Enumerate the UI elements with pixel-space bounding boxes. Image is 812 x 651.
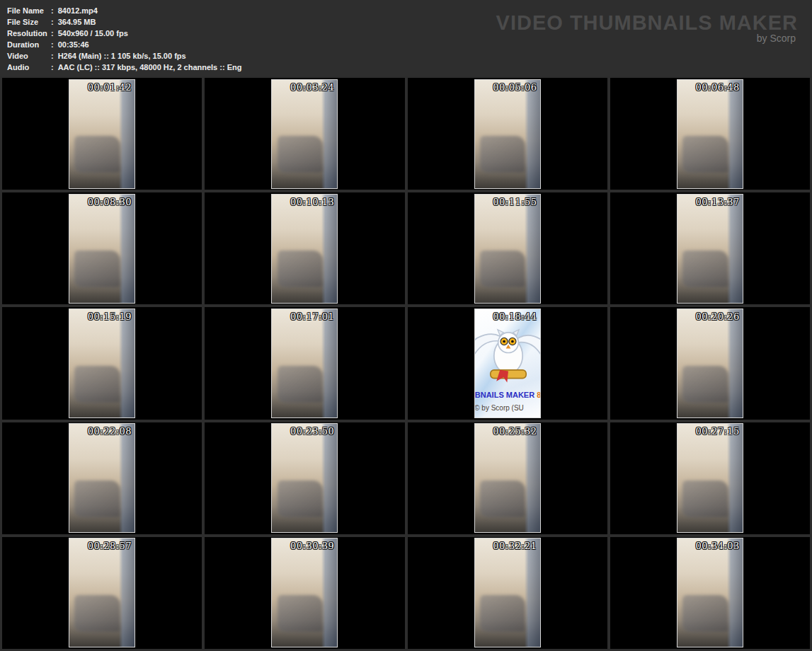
timestamp-label: 00:03:24 (290, 82, 334, 93)
thumbnail-cell: 00:28:57 (2, 537, 202, 649)
thumbnail-frame: 00:10:13 (271, 194, 338, 304)
metadata-separator: : (51, 62, 54, 73)
thumbnail-frame: 00:25:32 (474, 423, 541, 533)
thumbnail-cell: 00:20:26 (610, 307, 810, 419)
metadata-value: 84012.mp4 (58, 6, 98, 15)
metadata-value: 364.95 MB (58, 18, 96, 26)
thumbnail-cell: 00:15:19 (2, 307, 202, 419)
metadata-separator: : (51, 39, 54, 50)
timestamp-label: 00:23:50 (290, 426, 334, 437)
thumbnail-cell: 00:11:55 (408, 192, 607, 304)
metadata-value: AAC (LC) :: 317 kbps, 48000 Hz, 2 channe… (58, 63, 242, 71)
thumbnail-frame: 00:17:01 (271, 309, 338, 418)
thumbnail-cell: 00:03:24 (205, 78, 404, 190)
timestamp-label: 00:22:08 (88, 426, 132, 437)
thumbnail-cell: 00:17:01 (205, 307, 404, 419)
thumbnail-frame: 00:30:39 (271, 538, 338, 647)
timestamp-label: 00:15:19 (88, 311, 132, 322)
thumbnail-cell: 00:06:48 (610, 78, 810, 190)
thumbnail-cell: 00:25:32 (408, 422, 607, 534)
metadata-separator: : (51, 5, 54, 16)
thumbnail-frame: 00:08:30 (69, 194, 135, 304)
thumbnail-frame: 00:13:37 (677, 194, 743, 304)
metadata-separator: : (51, 28, 54, 39)
thumbnail-frame: 00:05:06 (474, 79, 541, 189)
metadata-row: Video:H264 (Main) :: 1 105 kb/s, 15.00 f… (7, 50, 812, 62)
thumbnail-frame: 00:23:50 (271, 423, 338, 533)
header: File Name:84012.mp4 File Size:364.95 MB … (0, 0, 812, 76)
metadata-value: 00:35:46 (58, 40, 89, 49)
timestamp-label: 00:20:26 (695, 311, 739, 322)
thumbnail-cell: 00:05:06 (408, 78, 607, 190)
thumbnail-frame: 00:03:24 (271, 79, 338, 189)
thumbnail-cell: 00:08:30 (2, 192, 202, 304)
thumbnail-sheet: File Name:84012.mp4 File Size:364.95 MB … (0, 0, 812, 651)
timestamp-label: 00:05:06 (493, 82, 537, 93)
metadata-label: Video (7, 50, 51, 62)
thumbnail-frame: 00:27:15 (677, 423, 743, 533)
timestamp-label: 00:01:42 (88, 82, 132, 93)
timestamp-label: 00:18:44 (493, 311, 537, 322)
thumbnail-grid: 00:01:42 00:03:24 00:05:06 00:06:48 00:0… (0, 76, 812, 651)
thumbnail-frame: 00:28:57 (69, 538, 135, 647)
thumbnail-cell: 00:34:03 (610, 537, 810, 649)
watermark-title: VIDEO THUMBNAILS MAKER (496, 11, 798, 35)
logo-caption: MBNAILS MAKER 8 (474, 391, 541, 399)
metadata-value: 540x960 / 15.00 fps (58, 29, 128, 38)
timestamp-label: 00:27:15 (695, 426, 739, 437)
thumbnail-frame: 00:06:48 (677, 79, 743, 189)
thumbnail-cell: 00:01:42 (2, 78, 202, 190)
metadata-label: File Size (7, 16, 51, 28)
metadata-label: File Name (7, 5, 51, 16)
metadata-label: Resolution (7, 28, 51, 39)
metadata-value: H264 (Main) :: 1 105 kb/s, 15.00 fps (58, 52, 186, 60)
thumbnail-cell: 00:30:39 (205, 537, 404, 649)
thumbnail-frame: 00:20:26 (677, 309, 743, 418)
metadata-row: Audio:AAC (LC) :: 317 kbps, 48000 Hz, 2 … (7, 62, 812, 73)
logo-tile: 00:18:44 MBNAILS MAKER 8 t © by Scorp (S… (474, 309, 541, 418)
thumbnail-cell: 00:27:15 (610, 422, 810, 534)
logo-copyright: t © by Scorp (SU (474, 404, 524, 412)
thumbnail-cell: 00:18:44 MBNAILS MAKER 8 t © by Scorp (S… (408, 307, 607, 419)
timestamp-label: 00:06:48 (695, 82, 739, 93)
timestamp-label: 00:34:03 (695, 541, 739, 551)
timestamp-label: 00:28:57 (88, 541, 132, 551)
thumbnail-frame: 00:22:08 (69, 423, 135, 533)
watermark: VIDEO THUMBNAILS MAKER by Scorp (496, 11, 798, 44)
timestamp-label: 00:11:55 (493, 197, 537, 207)
thumbnail-frame: 00:11:55 (474, 194, 541, 304)
owl-logo-icon (474, 325, 541, 384)
thumbnail-cell: 00:32:21 (408, 537, 607, 649)
thumbnail-cell: 00:23:50 (205, 422, 404, 534)
timestamp-label: 00:32:21 (493, 541, 537, 551)
thumbnail-frame: 00:01:42 (69, 79, 135, 189)
metadata-separator: : (51, 50, 54, 62)
metadata-separator: : (51, 16, 54, 28)
timestamp-label: 00:10:13 (290, 197, 334, 207)
timestamp-label: 00:13:37 (695, 197, 739, 207)
metadata-label: Duration (7, 39, 51, 50)
thumbnail-cell: 00:22:08 (2, 422, 202, 534)
timestamp-label: 00:08:30 (88, 197, 132, 207)
metadata-label: Audio (7, 62, 51, 73)
timestamp-label: 00:25:32 (493, 426, 537, 437)
thumbnail-frame: 00:34:03 (677, 538, 743, 647)
thumbnail-cell: 00:10:13 (205, 192, 404, 304)
thumbnail-cell: 00:13:37 (610, 192, 810, 304)
timestamp-label: 00:17:01 (290, 311, 334, 322)
timestamp-label: 00:30:39 (290, 541, 334, 551)
thumbnail-frame: 00:32:21 (474, 538, 541, 647)
thumbnail-frame: 00:15:19 (69, 309, 135, 418)
